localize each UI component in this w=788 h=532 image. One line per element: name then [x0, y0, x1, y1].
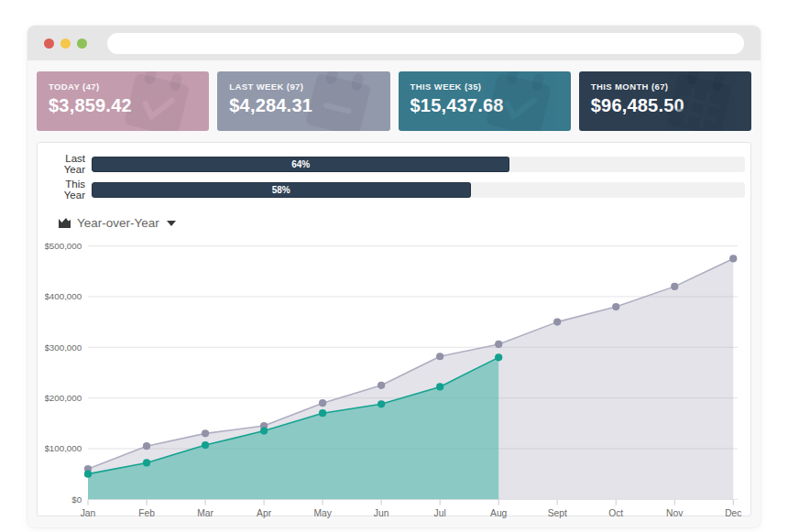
svg-text:Sept: Sept [548, 508, 567, 518]
svg-text:$100,000: $100,000 [45, 443, 82, 453]
traffic-light-minimize-button[interactable] [60, 38, 71, 49]
stat-card-this-month: THIS MONTH (67) $96,485.50 [579, 71, 751, 131]
browser-window: TODAY (47) $3,859.42 LAST WEEK (97) $4,2… [27, 26, 761, 527]
year-over-year-chart: $0$100,000$200,000$300,000$400,000$500,0… [45, 236, 745, 531]
traffic-light-close-button[interactable] [44, 38, 54, 49]
svg-text:$0: $0 [71, 494, 82, 505]
address-bar[interactable] [107, 33, 744, 54]
svg-text:Apr: Apr [257, 508, 272, 518]
svg-text:$500,000: $500,000 [45, 241, 82, 251]
stat-card-last-week: LAST WEEK (97) $4,284.31 [217, 71, 389, 131]
calendar-check-icon [475, 71, 564, 131]
calendar-grid-icon [655, 71, 745, 131]
caret-down-icon [167, 221, 176, 226]
svg-text:$400,000: $400,000 [45, 291, 82, 301]
svg-text:Mar: Mar [197, 508, 213, 518]
svg-text:May: May [313, 508, 332, 518]
calendar-minus-icon [293, 71, 383, 131]
area-chart-icon [58, 217, 71, 229]
svg-text:$200,000: $200,000 [45, 393, 82, 403]
progress-label: This Year [45, 179, 92, 201]
svg-text:Jan: Jan [81, 508, 96, 518]
browser-chrome-bar [27, 26, 761, 60]
dashboard-content: TODAY (47) $3,859.42 LAST WEEK (97) $4,2… [27, 60, 761, 516]
chart-type-dropdown-label: Year-over-Year [77, 216, 159, 230]
progress-row-last-year: Last Year 64% [45, 153, 745, 175]
progress-bar-last-year: 64% [92, 157, 745, 172]
traffic-light-maximize-button[interactable] [77, 38, 87, 49]
svg-text:Jul: Jul [434, 508, 446, 518]
svg-text:Dec: Dec [725, 508, 741, 518]
svg-text:Jun: Jun [374, 508, 389, 518]
progress-fill: 64% [92, 157, 509, 172]
chart-panel: Last Year 64% This Year 58% [37, 142, 751, 516]
svg-text:Aug: Aug [490, 508, 508, 518]
progress-fill: 58% [92, 182, 471, 198]
chart-type-dropdown[interactable]: Year-over-Year [58, 216, 176, 230]
progress-bar-this-year: 58% [92, 182, 745, 198]
chart-svg: $0$100,000$200,000$300,000$400,000$500,0… [45, 236, 745, 527]
svg-text:Feb: Feb [138, 508, 155, 518]
calendar-check-icon [113, 71, 202, 131]
progress-percent-label: 64% [291, 159, 310, 169]
progress-label: Last Year [45, 153, 92, 175]
svg-text:Nov: Nov [666, 508, 684, 518]
progress-percent-label: 58% [272, 185, 290, 195]
stat-cards-row: TODAY (47) $3,859.42 LAST WEEK (97) $4,2… [37, 71, 751, 131]
svg-text:$300,000: $300,000 [45, 342, 82, 353]
progress-row-this-year: This Year 58% [45, 179, 745, 201]
stat-card-this-week: THIS WEEK (35) $15,437.68 [399, 71, 571, 131]
svg-text:Oct: Oct [608, 508, 623, 518]
stat-card-today: TODAY (47) $3,859.42 [37, 71, 209, 131]
